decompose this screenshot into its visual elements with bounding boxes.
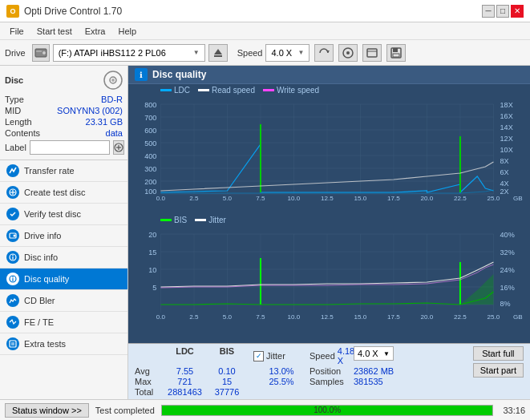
- speed-header-label: Speed: [310, 351, 335, 361]
- contents-value: data: [106, 128, 123, 138]
- jitter-legend-dot: [195, 219, 206, 221]
- sidebar: Disc Type BD-R MID SONYNN3 (002) Length …: [0, 66, 128, 399]
- sidebar-item-fe-te[interactable]: FE / TE: [0, 312, 127, 333]
- svg-text:10X: 10X: [500, 146, 513, 154]
- menu-start-test[interactable]: Start test: [30, 25, 79, 38]
- maximize-button[interactable]: □: [496, 5, 509, 18]
- drive-dropdown-arrow-icon: ▼: [193, 49, 200, 56]
- minimize-button[interactable]: ─: [482, 5, 495, 18]
- sidebar-item-drive-info[interactable]: Drive info: [0, 225, 127, 247]
- speed-select-dropdown[interactable]: 4.0 X ▼: [354, 346, 394, 361]
- svg-marker-3: [214, 49, 222, 55]
- start-part-button[interactable]: Start part: [473, 363, 524, 378]
- svg-text:10.0: 10.0: [288, 313, 301, 321]
- svg-text:GB: GB: [513, 313, 523, 321]
- start-buttons-container: Start full Start part: [473, 346, 524, 378]
- speed-label: Speed: [237, 48, 263, 58]
- disc-quality-header: ℹ Disc quality: [128, 66, 530, 84]
- sidebar-item-create-test-disc[interactable]: Create test disc: [0, 182, 127, 204]
- svg-text:16%: 16%: [500, 284, 515, 292]
- cd-bler-icon: [6, 294, 19, 307]
- disc-info-label: Disc info: [24, 252, 58, 262]
- jitter-avg: 13.0%: [253, 366, 310, 376]
- avg-label: Avg: [135, 366, 163, 376]
- close-button[interactable]: ✕: [511, 5, 524, 18]
- svg-text:300: 300: [144, 165, 156, 173]
- svg-point-7: [346, 51, 350, 55]
- svg-point-29: [12, 277, 14, 278]
- charts-container: LDC Read speed Write speed: [128, 84, 530, 343]
- eject-button[interactable]: [208, 44, 228, 62]
- speed-select-arrow-icon: ▼: [383, 350, 390, 357]
- svg-rect-12: [393, 54, 399, 57]
- drive-selector-dropdown[interactable]: (F:) ATAPI iHBS112 2 PL06 ▼: [53, 44, 205, 62]
- svg-text:25.0: 25.0: [488, 195, 500, 200]
- svg-text:2.5: 2.5: [189, 313, 199, 321]
- refresh-button[interactable]: [314, 44, 334, 62]
- samples-value: 381535: [354, 377, 383, 386]
- svg-text:8X: 8X: [500, 157, 509, 165]
- jitter-legend-item: Jitter: [195, 216, 226, 224]
- read-legend-dot: [198, 89, 209, 91]
- sidebar-item-disc-quality[interactable]: Disc quality: [0, 269, 127, 290]
- settings-button[interactable]: [362, 44, 382, 62]
- label-edit-button[interactable]: [113, 140, 124, 155]
- length-value: 23.31 GB: [86, 117, 123, 127]
- mid-value: SONYNN3 (002): [57, 106, 123, 115]
- app-title: Opti Drive Control 1.70: [24, 6, 122, 17]
- max-label: Max: [135, 377, 163, 386]
- status-text: Test completed: [95, 406, 155, 415]
- drive-info-label: Drive info: [24, 231, 61, 240]
- title-bar: O Opti Drive Control 1.70 ─ □ ✕: [0, 0, 530, 22]
- menu-file[interactable]: File: [3, 25, 30, 38]
- jitter-checkbox[interactable]: ✓: [253, 351, 264, 361]
- bis-legend-item: BIS: [160, 216, 187, 224]
- menu-extra[interactable]: Extra: [79, 25, 112, 38]
- menu-help[interactable]: Help: [111, 25, 143, 38]
- disc-section: Disc Type BD-R MID SONYNN3 (002) Length …: [0, 66, 127, 160]
- top-chart-area: 800 700 600 500 400 300 200 100 18X 16X …: [128, 96, 530, 214]
- svg-marker-5: [326, 50, 330, 53]
- svg-text:6X: 6X: [500, 168, 509, 176]
- drive-info-icon: [6, 229, 19, 242]
- speed-dropdown[interactable]: 4.0 X ▼: [265, 44, 310, 62]
- svg-text:12.5: 12.5: [321, 313, 334, 321]
- svg-rect-11: [393, 48, 398, 52]
- bis-legend-dot: [160, 219, 172, 221]
- ldc-max: 721: [163, 377, 207, 386]
- jitter-max: 25.5%: [253, 377, 310, 386]
- svg-rect-33: [128, 96, 530, 200]
- sidebar-item-verify-test-disc[interactable]: Verify test disc: [0, 204, 127, 225]
- sidebar-item-transfer-rate[interactable]: Transfer rate: [0, 160, 127, 182]
- speed-value: 4.0 X: [271, 48, 292, 58]
- fe-te-label: FE / TE: [24, 317, 54, 327]
- sidebar-item-cd-bler[interactable]: CD Bler: [0, 290, 127, 312]
- disc-info-icon: [6, 251, 19, 264]
- svg-text:40%: 40%: [500, 231, 515, 239]
- jitter-check-label: Jitter: [266, 351, 285, 361]
- bis-header: BIS: [207, 346, 247, 365]
- ldc-legend-dot: [160, 89, 172, 91]
- disc-button[interactable]: [338, 44, 358, 62]
- extra-tests-icon: [6, 337, 19, 350]
- start-full-button[interactable]: Start full: [473, 346, 524, 361]
- svg-text:600: 600: [144, 127, 156, 135]
- sidebar-item-disc-info[interactable]: Disc info: [0, 247, 127, 269]
- length-label: Length: [5, 117, 32, 127]
- progress-bar-container: 100.0%: [161, 405, 494, 416]
- svg-text:14X: 14X: [500, 123, 513, 131]
- create-test-disc-icon: [6, 186, 19, 199]
- sidebar-item-extra-tests[interactable]: Extra tests: [0, 333, 127, 355]
- label-input[interactable]: [30, 140, 110, 155]
- svg-text:20.0: 20.0: [421, 195, 434, 200]
- type-label: Type: [5, 95, 24, 104]
- status-window-button[interactable]: Status window >>: [5, 403, 89, 418]
- disc-icon: [103, 71, 123, 90]
- disc-quality-icon: [6, 273, 19, 285]
- cd-bler-label: CD Bler: [24, 296, 55, 305]
- svg-text:15.0: 15.0: [354, 195, 367, 200]
- disc-section-title: Disc: [5, 75, 23, 85]
- svg-point-15: [111, 79, 115, 82]
- save-button[interactable]: [386, 44, 406, 62]
- svg-text:2X: 2X: [500, 188, 509, 196]
